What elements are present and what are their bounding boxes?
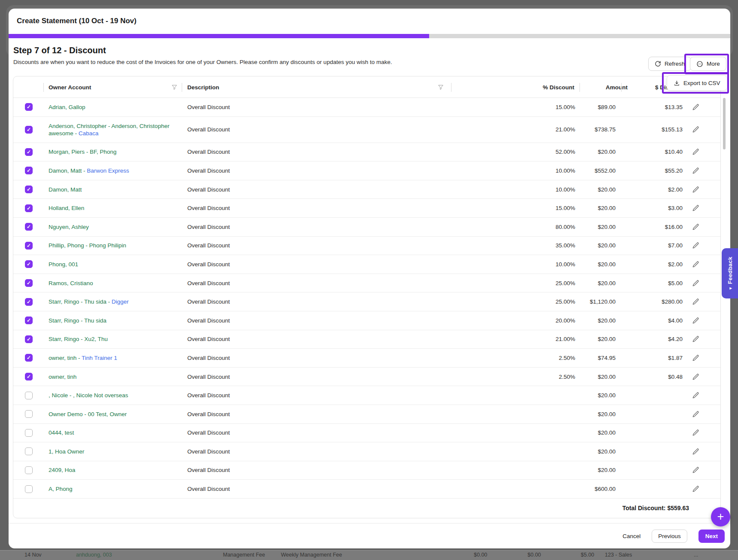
table-row: ✓Starr, Ringo - Xu2, ThuOverall Discount… <box>13 330 720 349</box>
owner-account-link[interactable]: Ramos, Cristiano <box>49 280 93 286</box>
row-checkbox[interactable]: ✓ <box>25 167 33 174</box>
edit-pencil-icon[interactable] <box>692 373 699 380</box>
edit-pencil-icon[interactable] <box>692 204 699 212</box>
edit-pencil-icon[interactable] <box>692 148 699 155</box>
row-checkbox[interactable]: ✓ <box>25 260 33 268</box>
row-checkbox[interactable]: ✓ <box>25 204 33 212</box>
amount-cell: $20.00 <box>575 199 616 217</box>
related-entity-link[interactable]: Digger <box>112 298 129 305</box>
edit-pencil-icon[interactable] <box>692 392 699 399</box>
owner-account-cell: Morgan, Piers - BF, Phong <box>49 143 187 161</box>
edit-pencil-icon[interactable] <box>692 429 699 436</box>
filter-icon[interactable] <box>438 76 444 98</box>
filter-icon[interactable] <box>171 76 177 98</box>
owner-account-link[interactable]: Damon, Matt - <box>49 167 87 174</box>
owner-account-link[interactable]: 1, Hoa Owner <box>49 448 84 455</box>
edit-pencil-icon[interactable] <box>692 126 699 133</box>
edit-pencil-icon[interactable] <box>692 298 699 305</box>
edit-pencil-icon[interactable] <box>692 242 699 249</box>
owner-account-link[interactable]: Damon, Matt <box>49 186 82 193</box>
owner-account-link[interactable]: Adrian, Gallop <box>49 104 85 110</box>
cancel-button[interactable]: Cancel <box>622 533 640 539</box>
dollar-discount-cell: $1.87 <box>616 349 683 367</box>
edit-pencil-icon[interactable] <box>692 354 699 362</box>
row-checkbox[interactable] <box>25 466 33 474</box>
add-discount-fab[interactable]: + <box>711 507 730 527</box>
row-checkbox[interactable]: ✓ <box>25 373 33 380</box>
owner-account-link[interactable]: 0444, test <box>49 429 74 436</box>
owner-account-link[interactable]: Starr, Ringo - Thu sida - <box>49 298 112 305</box>
table-row: ✓Starr, Ringo - Thu sidaOverall Discount… <box>13 311 720 330</box>
edit-pencil-icon[interactable] <box>692 186 699 193</box>
edit-pencil-icon[interactable] <box>692 335 699 343</box>
owner-account-cell: Phong, 001 <box>49 255 187 274</box>
background-table-row: 14 Nov anhduong, 003 Management Fee Week… <box>0 550 738 560</box>
edit-pencil-icon[interactable] <box>692 103 699 111</box>
owner-account-link[interactable]: Phong, 001 <box>49 261 78 268</box>
edit-pencil-icon[interactable] <box>692 317 699 324</box>
owner-account-link[interactable]: Holland, Ellen <box>49 205 84 211</box>
owner-account-link[interactable]: Phillip, Phong - Phong Philipin <box>49 242 126 249</box>
percent-discount-cell <box>519 480 575 498</box>
row-checkbox[interactable]: ✓ <box>25 126 33 134</box>
edit-pencil-icon[interactable] <box>692 261 699 268</box>
checkbox-cell: ✓ <box>13 117 49 143</box>
edit-pencil-icon[interactable] <box>692 485 699 493</box>
row-checkbox[interactable] <box>25 485 33 493</box>
related-entity-link[interactable]: Cabaca <box>79 130 99 137</box>
description-cell: Overall Discount <box>187 117 519 143</box>
export-to-csv-menu-item[interactable]: Export to CSV <box>667 75 727 91</box>
owner-account-link[interactable]: 2409, Hoa <box>49 467 75 473</box>
edit-cell <box>683 480 721 498</box>
row-checkbox[interactable]: ✓ <box>25 186 33 193</box>
more-label: More <box>707 61 720 67</box>
row-checkbox[interactable]: ✓ <box>25 223 33 231</box>
more-button[interactable]: More <box>690 57 726 71</box>
feedback-tab[interactable]: ▼Feedback <box>722 248 738 298</box>
edit-pencil-icon[interactable] <box>692 280 699 287</box>
row-checkbox[interactable]: ✓ <box>25 242 33 250</box>
table-row: ✓Damon, MattOverall Discount10.00%$20.00… <box>13 180 720 199</box>
row-checkbox[interactable] <box>25 429 33 437</box>
owner-account-link[interactable]: Starr, Ringo - Thu sida <box>49 317 107 324</box>
owner-account-cell: Nguyen, Ashley <box>49 218 187 236</box>
edit-pencil-icon[interactable] <box>692 223 699 231</box>
row-checkbox[interactable]: ✓ <box>25 279 33 287</box>
owner-account-link[interactable]: A, Phong <box>49 486 73 492</box>
owner-account-link[interactable]: Nguyen, Ashley <box>49 224 89 230</box>
next-button[interactable]: Next <box>698 530 725 543</box>
owner-account-link[interactable]: , Nicole - , Nicole Not overseas <box>49 392 128 399</box>
owner-account-link[interactable]: owner, tinh - <box>49 355 82 361</box>
vertical-scrollbar[interactable] <box>723 98 726 149</box>
row-checkbox[interactable]: ✓ <box>25 148 33 156</box>
row-checkbox[interactable] <box>25 410 33 418</box>
edit-cell <box>683 311 721 330</box>
edit-pencil-icon[interactable] <box>692 466 699 474</box>
owner-account-link[interactable]: Anderson, Christopher - Anderson, Christ… <box>49 123 169 137</box>
edit-pencil-icon[interactable] <box>692 448 699 455</box>
description-cell: Overall Discount <box>187 218 519 236</box>
row-checkbox[interactable] <box>25 392 33 399</box>
table-row: ✓Phillip, Phong - Phong PhilipinOverall … <box>13 237 720 256</box>
refresh-button[interactable]: Refresh <box>648 57 691 71</box>
row-checkbox[interactable]: ✓ <box>25 103 33 111</box>
edit-pencil-icon[interactable] <box>692 411 699 418</box>
row-checkbox[interactable]: ✓ <box>25 317 33 324</box>
edit-pencil-icon[interactable] <box>692 167 699 174</box>
checkbox-cell: ✓ <box>13 237 49 255</box>
row-checkbox[interactable]: ✓ <box>25 335 33 343</box>
related-entity-link[interactable]: Tinh Trainer 1 <box>82 355 117 361</box>
row-checkbox[interactable] <box>25 447 33 455</box>
dollar-discount-cell: $16.00 <box>616 218 683 236</box>
dollar-discount-cell: $55.20 <box>616 161 683 180</box>
row-checkbox[interactable]: ✓ <box>25 354 33 362</box>
row-checkbox[interactable]: ✓ <box>25 298 33 306</box>
related-entity-link[interactable]: Barwon Express <box>87 167 129 174</box>
previous-button[interactable]: Previous <box>652 530 687 543</box>
owner-account-link[interactable]: Morgan, Piers - BF, Phong <box>49 149 116 155</box>
owner-account-link[interactable]: owner, tinh <box>49 374 76 380</box>
owner-account-link[interactable]: Starr, Ringo - Xu2, Thu <box>49 336 108 342</box>
owner-account-link[interactable]: Owner Demo - 00 Test, Owner <box>49 411 127 417</box>
step-description: Discounts are when you want to reduce th… <box>13 59 392 65</box>
percent-discount-cell: 52.00% <box>519 143 575 161</box>
